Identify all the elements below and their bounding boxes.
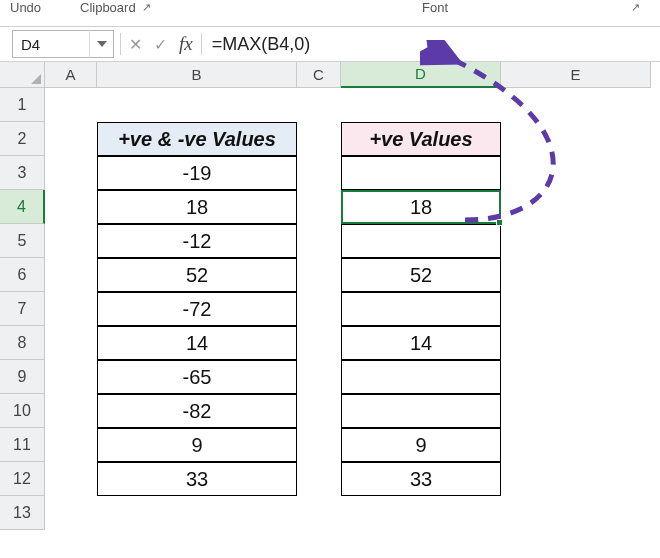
- formula-input[interactable]: =MAX(B4,0): [202, 27, 660, 61]
- table-b-cell[interactable]: 9: [97, 428, 297, 462]
- chevron-down-icon[interactable]: [89, 30, 113, 58]
- name-box-value: D4: [21, 36, 40, 53]
- table-d-cell[interactable]: 52: [341, 258, 501, 292]
- name-box[interactable]: D4: [12, 30, 114, 58]
- row-header-4[interactable]: 4: [0, 190, 45, 224]
- table-d-cell[interactable]: [341, 394, 501, 428]
- row-header-9[interactable]: 9: [0, 360, 45, 394]
- table-d-cell[interactable]: 14: [341, 326, 501, 360]
- row-header-3[interactable]: 3: [0, 156, 45, 190]
- formula-bar: D4 ✕ ✓ fx =MAX(B4,0): [0, 26, 660, 62]
- select-all-corner[interactable]: [0, 62, 45, 88]
- formula-text: =MAX(B4,0): [212, 34, 311, 55]
- col-header-C[interactable]: C: [297, 62, 341, 88]
- table-b-cell[interactable]: 14: [97, 326, 297, 360]
- row-header-8[interactable]: 8: [0, 326, 45, 360]
- table-b-cell[interactable]: -12: [97, 224, 297, 258]
- row-header-12[interactable]: 12: [0, 462, 45, 496]
- table-d-cell[interactable]: [341, 224, 501, 258]
- ribbon-group-labels: Undo Clipboard ↗ Font ↗: [0, 0, 660, 26]
- dialog-launcher-icon[interactable]: ↗: [631, 1, 640, 14]
- table-d-cell[interactable]: [341, 292, 501, 326]
- table-b-header[interactable]: +ve & -ve Values: [97, 122, 297, 156]
- table-d-cell[interactable]: 18: [341, 190, 501, 224]
- table-d-cell[interactable]: 33: [341, 462, 501, 496]
- table-d-cell[interactable]: 9: [341, 428, 501, 462]
- table-b-cell[interactable]: -65: [97, 360, 297, 394]
- row-header-7[interactable]: 7: [0, 292, 45, 326]
- fill-handle[interactable]: [496, 219, 503, 226]
- row-headers: 12345678910111213: [0, 88, 45, 530]
- table-b-cell[interactable]: -72: [97, 292, 297, 326]
- table-d-header[interactable]: +ve Values: [341, 122, 501, 156]
- row-header-10[interactable]: 10: [0, 394, 45, 428]
- ribbon-undo-label: Undo: [10, 0, 41, 15]
- table-b-cell[interactable]: 18: [97, 190, 297, 224]
- table-b-cell[interactable]: 33: [97, 462, 297, 496]
- col-header-E[interactable]: E: [501, 62, 651, 88]
- col-header-A[interactable]: A: [45, 62, 97, 88]
- col-header-D[interactable]: D: [341, 62, 501, 88]
- row-header-11[interactable]: 11: [0, 428, 45, 462]
- col-header-B[interactable]: B: [97, 62, 297, 88]
- dialog-launcher-icon[interactable]: ↗: [142, 1, 151, 14]
- column-headers: ABCDE: [45, 62, 651, 88]
- row-header-1[interactable]: 1: [0, 88, 45, 122]
- fx-icon[interactable]: fx: [179, 33, 193, 55]
- row-header-2[interactable]: 2: [0, 122, 45, 156]
- table-d-cell[interactable]: [341, 156, 501, 190]
- ribbon-font-label: Font: [422, 0, 448, 15]
- row-header-13[interactable]: 13: [0, 496, 45, 530]
- cancel-icon[interactable]: ✕: [129, 35, 142, 54]
- table-d-cell[interactable]: [341, 360, 501, 394]
- table-b-cell[interactable]: -19: [97, 156, 297, 190]
- enter-icon[interactable]: ✓: [154, 35, 167, 54]
- ribbon-clipboard-label: Clipboard: [80, 0, 136, 15]
- row-header-6[interactable]: 6: [0, 258, 45, 292]
- table-b-cell[interactable]: -82: [97, 394, 297, 428]
- table-b-cell[interactable]: 52: [97, 258, 297, 292]
- row-header-5[interactable]: 5: [0, 224, 45, 258]
